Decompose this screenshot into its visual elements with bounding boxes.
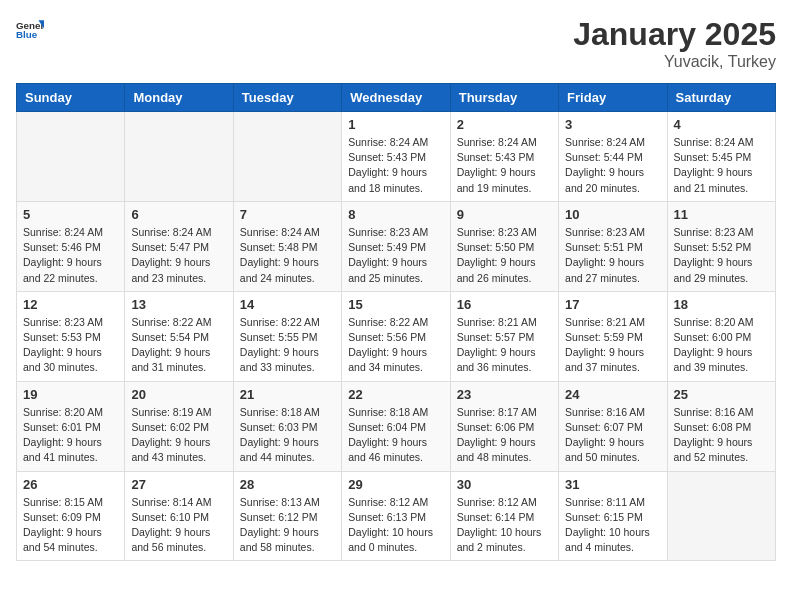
- day-info: Sunrise: 8:18 AM Sunset: 6:04 PM Dayligh…: [348, 405, 443, 466]
- location-title: Yuvacik, Turkey: [573, 53, 776, 71]
- calendar-cell: 31Sunrise: 8:11 AM Sunset: 6:15 PM Dayli…: [559, 471, 667, 561]
- calendar-cell: [17, 112, 125, 202]
- day-number: 19: [23, 387, 118, 402]
- calendar-cell: 11Sunrise: 8:23 AM Sunset: 5:52 PM Dayli…: [667, 201, 775, 291]
- calendar-cell: 9Sunrise: 8:23 AM Sunset: 5:50 PM Daylig…: [450, 201, 558, 291]
- calendar-cell: 23Sunrise: 8:17 AM Sunset: 6:06 PM Dayli…: [450, 381, 558, 471]
- day-number: 28: [240, 477, 335, 492]
- day-info: Sunrise: 8:17 AM Sunset: 6:06 PM Dayligh…: [457, 405, 552, 466]
- day-info: Sunrise: 8:22 AM Sunset: 5:56 PM Dayligh…: [348, 315, 443, 376]
- day-info: Sunrise: 8:16 AM Sunset: 6:08 PM Dayligh…: [674, 405, 769, 466]
- weekday-header: Wednesday: [342, 84, 450, 112]
- day-number: 3: [565, 117, 660, 132]
- calendar-cell: 16Sunrise: 8:21 AM Sunset: 5:57 PM Dayli…: [450, 291, 558, 381]
- day-number: 17: [565, 297, 660, 312]
- day-info: Sunrise: 8:13 AM Sunset: 6:12 PM Dayligh…: [240, 495, 335, 556]
- weekday-header: Saturday: [667, 84, 775, 112]
- day-info: Sunrise: 8:18 AM Sunset: 6:03 PM Dayligh…: [240, 405, 335, 466]
- day-info: Sunrise: 8:22 AM Sunset: 5:55 PM Dayligh…: [240, 315, 335, 376]
- day-info: Sunrise: 8:12 AM Sunset: 6:13 PM Dayligh…: [348, 495, 443, 556]
- day-info: Sunrise: 8:22 AM Sunset: 5:54 PM Dayligh…: [131, 315, 226, 376]
- calendar-cell: 10Sunrise: 8:23 AM Sunset: 5:51 PM Dayli…: [559, 201, 667, 291]
- calendar-week-row: 12Sunrise: 8:23 AM Sunset: 5:53 PM Dayli…: [17, 291, 776, 381]
- calendar-cell: 7Sunrise: 8:24 AM Sunset: 5:48 PM Daylig…: [233, 201, 341, 291]
- day-number: 8: [348, 207, 443, 222]
- day-info: Sunrise: 8:14 AM Sunset: 6:10 PM Dayligh…: [131, 495, 226, 556]
- day-number: 10: [565, 207, 660, 222]
- calendar-cell: 12Sunrise: 8:23 AM Sunset: 5:53 PM Dayli…: [17, 291, 125, 381]
- day-number: 6: [131, 207, 226, 222]
- day-info: Sunrise: 8:20 AM Sunset: 6:01 PM Dayligh…: [23, 405, 118, 466]
- month-title: January 2025: [573, 16, 776, 53]
- calendar-cell: 6Sunrise: 8:24 AM Sunset: 5:47 PM Daylig…: [125, 201, 233, 291]
- calendar-cell: 21Sunrise: 8:18 AM Sunset: 6:03 PM Dayli…: [233, 381, 341, 471]
- calendar-cell: 3Sunrise: 8:24 AM Sunset: 5:44 PM Daylig…: [559, 112, 667, 202]
- day-info: Sunrise: 8:23 AM Sunset: 5:53 PM Dayligh…: [23, 315, 118, 376]
- day-number: 4: [674, 117, 769, 132]
- day-info: Sunrise: 8:23 AM Sunset: 5:52 PM Dayligh…: [674, 225, 769, 286]
- weekday-header: Sunday: [17, 84, 125, 112]
- day-number: 15: [348, 297, 443, 312]
- logo-icon: General Blue: [16, 16, 44, 44]
- day-number: 23: [457, 387, 552, 402]
- day-number: 7: [240, 207, 335, 222]
- calendar-week-row: 26Sunrise: 8:15 AM Sunset: 6:09 PM Dayli…: [17, 471, 776, 561]
- day-number: 26: [23, 477, 118, 492]
- calendar-cell: 19Sunrise: 8:20 AM Sunset: 6:01 PM Dayli…: [17, 381, 125, 471]
- header: General Blue January 2025 Yuvacik, Turke…: [16, 16, 776, 71]
- weekday-header: Monday: [125, 84, 233, 112]
- day-info: Sunrise: 8:24 AM Sunset: 5:43 PM Dayligh…: [348, 135, 443, 196]
- title-area: January 2025 Yuvacik, Turkey: [573, 16, 776, 71]
- day-number: 9: [457, 207, 552, 222]
- calendar-week-row: 1Sunrise: 8:24 AM Sunset: 5:43 PM Daylig…: [17, 112, 776, 202]
- day-number: 2: [457, 117, 552, 132]
- calendar-cell: 25Sunrise: 8:16 AM Sunset: 6:08 PM Dayli…: [667, 381, 775, 471]
- calendar-cell: 2Sunrise: 8:24 AM Sunset: 5:43 PM Daylig…: [450, 112, 558, 202]
- calendar-cell: 4Sunrise: 8:24 AM Sunset: 5:45 PM Daylig…: [667, 112, 775, 202]
- day-info: Sunrise: 8:24 AM Sunset: 5:43 PM Dayligh…: [457, 135, 552, 196]
- day-info: Sunrise: 8:12 AM Sunset: 6:14 PM Dayligh…: [457, 495, 552, 556]
- day-number: 18: [674, 297, 769, 312]
- day-number: 27: [131, 477, 226, 492]
- calendar-cell: 22Sunrise: 8:18 AM Sunset: 6:04 PM Dayli…: [342, 381, 450, 471]
- day-number: 30: [457, 477, 552, 492]
- day-number: 29: [348, 477, 443, 492]
- day-info: Sunrise: 8:20 AM Sunset: 6:00 PM Dayligh…: [674, 315, 769, 376]
- calendar-cell: 5Sunrise: 8:24 AM Sunset: 5:46 PM Daylig…: [17, 201, 125, 291]
- day-info: Sunrise: 8:24 AM Sunset: 5:48 PM Dayligh…: [240, 225, 335, 286]
- calendar-cell: 1Sunrise: 8:24 AM Sunset: 5:43 PM Daylig…: [342, 112, 450, 202]
- calendar-cell: 24Sunrise: 8:16 AM Sunset: 6:07 PM Dayli…: [559, 381, 667, 471]
- calendar-cell: 14Sunrise: 8:22 AM Sunset: 5:55 PM Dayli…: [233, 291, 341, 381]
- calendar-cell: [667, 471, 775, 561]
- day-info: Sunrise: 8:15 AM Sunset: 6:09 PM Dayligh…: [23, 495, 118, 556]
- calendar-cell: 26Sunrise: 8:15 AM Sunset: 6:09 PM Dayli…: [17, 471, 125, 561]
- day-info: Sunrise: 8:21 AM Sunset: 5:57 PM Dayligh…: [457, 315, 552, 376]
- day-number: 16: [457, 297, 552, 312]
- logo: General Blue: [16, 16, 44, 44]
- day-number: 11: [674, 207, 769, 222]
- day-number: 5: [23, 207, 118, 222]
- day-info: Sunrise: 8:24 AM Sunset: 5:47 PM Dayligh…: [131, 225, 226, 286]
- day-number: 21: [240, 387, 335, 402]
- weekday-header: Tuesday: [233, 84, 341, 112]
- day-info: Sunrise: 8:19 AM Sunset: 6:02 PM Dayligh…: [131, 405, 226, 466]
- day-number: 12: [23, 297, 118, 312]
- day-info: Sunrise: 8:24 AM Sunset: 5:44 PM Dayligh…: [565, 135, 660, 196]
- calendar-cell: [125, 112, 233, 202]
- day-info: Sunrise: 8:11 AM Sunset: 6:15 PM Dayligh…: [565, 495, 660, 556]
- day-info: Sunrise: 8:24 AM Sunset: 5:45 PM Dayligh…: [674, 135, 769, 196]
- day-number: 1: [348, 117, 443, 132]
- weekday-header: Thursday: [450, 84, 558, 112]
- calendar-week-row: 5Sunrise: 8:24 AM Sunset: 5:46 PM Daylig…: [17, 201, 776, 291]
- calendar-cell: 13Sunrise: 8:22 AM Sunset: 5:54 PM Dayli…: [125, 291, 233, 381]
- calendar-cell: 28Sunrise: 8:13 AM Sunset: 6:12 PM Dayli…: [233, 471, 341, 561]
- calendar-header-row: SundayMondayTuesdayWednesdayThursdayFrid…: [17, 84, 776, 112]
- day-info: Sunrise: 8:24 AM Sunset: 5:46 PM Dayligh…: [23, 225, 118, 286]
- day-number: 20: [131, 387, 226, 402]
- day-number: 24: [565, 387, 660, 402]
- calendar-week-row: 19Sunrise: 8:20 AM Sunset: 6:01 PM Dayli…: [17, 381, 776, 471]
- calendar-cell: 17Sunrise: 8:21 AM Sunset: 5:59 PM Dayli…: [559, 291, 667, 381]
- day-number: 25: [674, 387, 769, 402]
- day-number: 22: [348, 387, 443, 402]
- calendar-cell: 15Sunrise: 8:22 AM Sunset: 5:56 PM Dayli…: [342, 291, 450, 381]
